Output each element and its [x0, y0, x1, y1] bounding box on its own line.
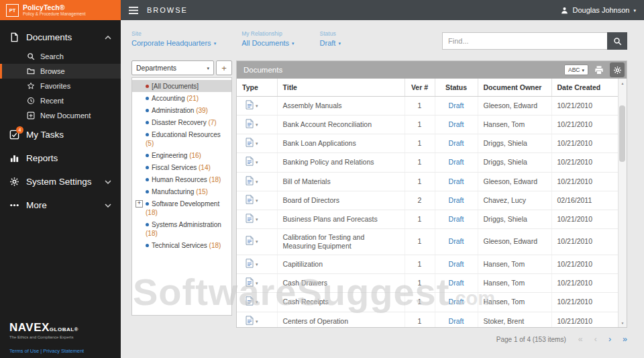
department-tree-item[interactable]: Administration (39) — [132, 104, 231, 116]
type-dropdown-caret[interactable]: ▾ — [256, 262, 258, 267]
department-tree-item[interactable]: Fiscal Services (14) — [132, 161, 231, 173]
prev-page-button[interactable]: ‹ — [594, 334, 597, 344]
type-cell[interactable]: ▾ — [237, 228, 277, 255]
document-row[interactable]: ▾Centers of Operation1DraftStoker, Brent… — [237, 312, 619, 327]
print-button[interactable] — [594, 66, 604, 75]
document-type-icon[interactable] — [246, 100, 254, 109]
column-header-title[interactable]: Title — [277, 79, 405, 97]
sidebar-section-my-tasks[interactable]: 4 My Tasks — [0, 123, 121, 146]
type-cell[interactable]: ▾ — [237, 191, 277, 210]
column-header-owner[interactable]: Document Owner — [478, 79, 551, 97]
document-row[interactable]: ▾Assembly Manuals1DraftGleeson, Edward10… — [237, 97, 619, 116]
document-type-icon[interactable] — [246, 176, 254, 185]
type-dropdown-caret[interactable]: ▾ — [256, 281, 258, 285]
document-row[interactable]: ▾Cash Drawers1DraftHansen, Tom10/21/2010 — [237, 274, 619, 293]
last-page-button[interactable]: » — [623, 334, 627, 344]
status-filter[interactable]: Status Draft ▾ — [320, 30, 341, 47]
column-header-status[interactable]: Status — [435, 79, 478, 97]
privacy-statement-link[interactable]: Privacy Statement — [43, 348, 84, 354]
sort-abc-button[interactable]: ABC ▾ — [564, 64, 588, 75]
type-cell[interactable]: ▾ — [237, 312, 277, 327]
type-cell[interactable]: ▾ — [237, 172, 277, 191]
type-cell[interactable]: ▾ — [237, 255, 277, 274]
sidebar-item-browse[interactable]: Browse — [0, 64, 121, 79]
document-type-icon[interactable] — [246, 259, 254, 268]
sidebar-item-new-document[interactable]: New Document — [0, 108, 121, 123]
type-cell[interactable]: ▾ — [237, 293, 277, 312]
next-page-button[interactable]: › — [608, 334, 611, 344]
status-draft-link[interactable]: Draft — [449, 139, 464, 147]
document-row[interactable]: ▾Bill of Materials1DraftGleeson, Edward1… — [237, 172, 619, 191]
type-dropdown-caret[interactable]: ▾ — [256, 122, 258, 127]
type-cell[interactable]: ▾ — [237, 153, 277, 172]
type-cell[interactable]: ▾ — [237, 97, 277, 116]
document-row[interactable]: ▾Capitilization1DraftHansen, Tom10/21/20… — [237, 255, 619, 274]
sidebar-item-search[interactable]: Search — [0, 49, 121, 64]
document-row[interactable]: ▾Banking Policy and Relations1DraftDrigg… — [237, 153, 619, 172]
department-tree-item[interactable]: +Software Development (18) — [132, 197, 231, 218]
department-tree-item[interactable]: Disaster Recovery (7) — [132, 116, 231, 128]
scrollbar-thumb[interactable] — [619, 105, 625, 162]
status-draft-link[interactable]: Draft — [449, 317, 464, 325]
department-tree-item[interactable]: Manufacturing (15) — [132, 185, 231, 197]
status-draft-link[interactable]: Draft — [449, 279, 464, 287]
type-dropdown-caret[interactable]: ▾ — [256, 179, 258, 184]
document-row[interactable]: ▾Bank Account Reconciliation1DraftHansen… — [237, 116, 619, 134]
table-scrollbar[interactable]: ▲ ▼ — [618, 79, 627, 327]
department-tree-item[interactable]: Accounting (21) — [132, 92, 231, 104]
department-tree-item[interactable]: Educational Resources (5) — [132, 128, 231, 149]
status-draft-link[interactable]: Draft — [449, 298, 464, 306]
type-dropdown-caret[interactable]: ▾ — [256, 198, 258, 203]
status-draft-link[interactable]: Draft — [449, 120, 464, 128]
document-type-icon[interactable] — [246, 119, 254, 128]
department-tree-item[interactable]: Human Resources (18) — [132, 173, 231, 185]
department-tree-item[interactable]: Engineering (16) — [132, 149, 231, 161]
find-input[interactable] — [442, 32, 607, 50]
type-cell[interactable]: ▾ — [237, 210, 277, 228]
status-draft-link[interactable]: Draft — [449, 158, 464, 166]
table-settings-button[interactable] — [610, 62, 625, 77]
sidebar-section-documents[interactable]: Documents — [0, 26, 121, 49]
column-header-date[interactable]: Date Created — [551, 79, 619, 97]
department-tree-item[interactable]: Systems Administration (18) — [132, 218, 231, 239]
status-draft-link[interactable]: Draft — [449, 196, 464, 204]
status-draft-link[interactable]: Draft — [449, 215, 464, 223]
add-department-button[interactable]: + — [216, 60, 232, 75]
user-menu[interactable]: Douglas Johnson ▾ — [561, 6, 636, 14]
site-filter[interactable]: Site Corporate Headquarters ▾ — [131, 30, 216, 47]
department-tree-item[interactable]: Technical Services (18) — [132, 239, 231, 251]
document-type-icon[interactable] — [246, 214, 254, 223]
find-search-button[interactable] — [607, 32, 627, 50]
document-type-icon[interactable] — [246, 277, 254, 287]
sidebar-item-recent[interactable]: Recent — [0, 93, 121, 108]
document-type-icon[interactable] — [246, 138, 254, 147]
expand-plus-icon[interactable]: + — [136, 200, 143, 208]
column-header-type[interactable]: Type — [237, 79, 277, 97]
department-tree-item[interactable]: [All Documents] — [132, 80, 231, 92]
scroll-up-button[interactable]: ▲ — [619, 79, 627, 87]
type-cell[interactable]: ▾ — [237, 116, 277, 134]
document-row[interactable]: ▾Calibration for Testing and Measuring E… — [237, 228, 619, 255]
status-draft-link[interactable]: Draft — [449, 260, 464, 268]
column-header-ver[interactable]: Ver # — [405, 79, 435, 97]
type-dropdown-caret[interactable]: ▾ — [256, 300, 258, 304]
document-row[interactable]: ▾Business Plans and Forecasts1DraftDrigg… — [237, 210, 619, 228]
sidebar-section-reports[interactable]: Reports — [0, 146, 121, 170]
type-dropdown-caret[interactable]: ▾ — [256, 103, 258, 108]
document-type-icon[interactable] — [246, 236, 254, 245]
type-dropdown-caret[interactable]: ▾ — [256, 239, 258, 244]
document-type-icon[interactable] — [246, 316, 254, 325]
document-row[interactable]: ▾Bank Loan Applications1DraftDriggs, Shi… — [237, 134, 619, 153]
sidebar-item-favorites[interactable]: Favorites — [0, 79, 121, 93]
type-dropdown-caret[interactable]: ▾ — [256, 160, 258, 165]
status-draft-link[interactable]: Draft — [449, 237, 464, 245]
sidebar-section-more[interactable]: More — [0, 193, 121, 217]
document-type-icon[interactable] — [246, 296, 254, 306]
type-cell[interactable]: ▾ — [237, 274, 277, 293]
document-type-icon[interactable] — [246, 195, 254, 204]
terms-of-use-link[interactable]: Terms of Use — [9, 348, 39, 354]
type-cell[interactable]: ▾ — [237, 134, 277, 153]
type-dropdown-caret[interactable]: ▾ — [256, 217, 258, 222]
departments-dropdown[interactable]: Departments ▾ — [131, 60, 214, 75]
scroll-down-button[interactable]: ▼ — [619, 318, 627, 327]
